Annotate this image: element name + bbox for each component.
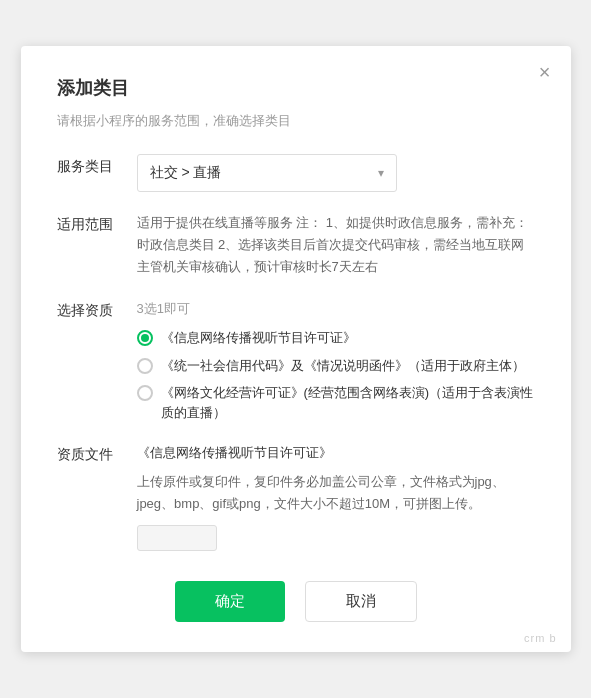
radio-item-2[interactable]: 《统一社会信用代码》及《情况说明函件》（适用于政府主体） (137, 356, 535, 376)
qual-label: 选择资质 (57, 298, 137, 320)
radio-2[interactable] (137, 358, 153, 374)
chevron-down-icon: ▾ (378, 163, 384, 183)
radio-label-1: 《信息网络传播视听节目许可证》 (161, 328, 356, 348)
qualification-row: 选择资质 3选1即可 《信息网络传播视听节目许可证》 《统一社会信用代码》及《情… (57, 298, 535, 422)
cancel-button[interactable]: 取消 (305, 581, 417, 622)
file-label: 资质文件 (57, 442, 137, 464)
watermark: crm b (524, 632, 557, 644)
radio-1[interactable] (137, 330, 153, 346)
radio-item-1[interactable]: 《信息网络传播视听节目许可证》 (137, 328, 535, 348)
service-type-label: 服务类目 (57, 154, 137, 176)
qual-count-label: 3选1即可 (137, 298, 535, 320)
dialog-subtitle: 请根据小程序的服务范围，准确选择类目 (57, 112, 535, 130)
upload-placeholder[interactable] (137, 525, 217, 551)
service-type-value: 社交 > 直播 (150, 161, 222, 185)
upload-area[interactable] (137, 525, 535, 551)
scope-label: 适用范围 (57, 212, 137, 234)
radio-label-3: 《网络文化经营许可证》(经营范围含网络表演)（适用于含表演性质的直播） (161, 383, 535, 422)
radio-label-2: 《统一社会信用代码》及《情况说明函件》（适用于政府主体） (161, 356, 525, 376)
radio-3[interactable] (137, 385, 153, 401)
file-row: 资质文件 《信息网络传播视听节目许可证》 上传原件或复印件，复印件务必加盖公司公… (57, 442, 535, 550)
qual-content: 3选1即可 《信息网络传播视听节目许可证》 《统一社会信用代码》及《情况说明函件… (137, 298, 535, 422)
service-type-row: 服务类目 社交 > 直播 ▾ (57, 154, 535, 192)
file-content: 《信息网络传播视听节目许可证》 上传原件或复印件，复印件务必加盖公司公章，文件格… (137, 442, 535, 550)
radio-item-3[interactable]: 《网络文化经营许可证》(经营范围含网络表演)（适用于含表演性质的直播） (137, 383, 535, 422)
close-button[interactable]: × (539, 62, 551, 82)
confirm-button[interactable]: 确定 (175, 581, 285, 622)
add-category-dialog: × 添加类目 请根据小程序的服务范围，准确选择类目 服务类目 社交 > 直播 ▾… (21, 46, 571, 651)
scope-text: 适用于提供在线直播等服务 注： 1、如提供时政信息服务，需补充：时政信息类目 2… (137, 212, 535, 278)
scope-row: 适用范围 适用于提供在线直播等服务 注： 1、如提供时政信息服务，需补充：时政信… (57, 212, 535, 278)
dialog-footer: 确定 取消 (57, 581, 535, 622)
radio-group: 《信息网络传播视听节目许可证》 《统一社会信用代码》及《情况说明函件》（适用于政… (137, 328, 535, 422)
file-title: 《信息网络传播视听节目许可证》 (137, 442, 535, 464)
service-type-content: 社交 > 直播 ▾ (137, 154, 535, 192)
dialog-title: 添加类目 (57, 76, 535, 100)
file-desc: 上传原件或复印件，复印件务必加盖公司公章，文件格式为jpg、jpeg、bmp、g… (137, 471, 535, 515)
service-type-select[interactable]: 社交 > 直播 ▾ (137, 154, 397, 192)
